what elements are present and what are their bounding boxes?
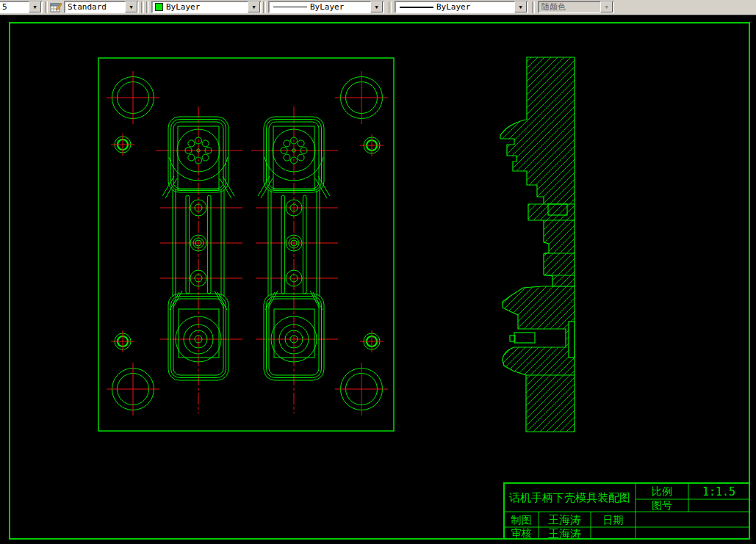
toolbar-divider	[263, 1, 266, 13]
lineweight-value: ByLayer	[433, 2, 514, 12]
table-style-button[interactable]	[48, 1, 63, 14]
section-slot-tab	[510, 333, 535, 343]
titleblock-drawn-label: 制图	[504, 512, 539, 528]
mold-plate-outline	[98, 58, 394, 431]
handle-cavity-left	[156, 106, 242, 413]
guide-hole-top-left	[107, 71, 159, 124]
screw-hole-top-left	[111, 134, 134, 156]
dim-style-value: 5	[0, 2, 29, 12]
titleblock-drawn-value: 王海涛	[539, 512, 591, 528]
toolbar-divider	[146, 1, 149, 13]
toolbar-divider	[532, 1, 535, 13]
guide-hole-bottom-right	[335, 363, 388, 416]
section-view	[500, 57, 575, 432]
chevron-down-icon[interactable]: ▼	[370, 1, 383, 12]
handle-cavity-right	[251, 106, 338, 413]
titleblock-date-label: 日期	[591, 512, 636, 528]
titleblock-scale-label: 比例	[636, 484, 688, 500]
screw-hole-top-right	[360, 134, 384, 156]
toolbar-divider	[141, 1, 144, 13]
chevron-down-icon: ▼	[600, 1, 613, 12]
plan-view	[98, 58, 394, 431]
titleblock-scale-value: 1:1.5	[688, 484, 749, 500]
chevron-down-icon[interactable]: ▼	[125, 1, 137, 12]
lineweight-sample-icon	[400, 7, 433, 8]
toolbar: 5 ▼ Standard ▼ ByLayer ▼	[0, 0, 756, 15]
table-style-combo[interactable]: Standard ▼	[64, 1, 139, 13]
chevron-down-icon[interactable]: ▼	[29, 1, 41, 12]
titleblock-checked-value: 王海涛	[539, 528, 591, 540]
drawing-canvas[interactable]: 话机手柄下壳模具装配图 比例 1:1.5 图号 制图 王海涛 日期 审核 王海涛	[0, 15, 756, 544]
lineweight-combo[interactable]: ByLayer ▼	[395, 1, 528, 13]
chevron-down-icon[interactable]: ▼	[514, 1, 527, 12]
plot-style-combo: 随颜色 ▼	[538, 1, 614, 13]
guide-hole-bottom-left	[107, 363, 159, 416]
table-style-value: Standard	[65, 2, 125, 12]
linetype-sample-icon	[273, 7, 307, 7]
color-value: ByLayer	[163, 2, 248, 12]
color-combo[interactable]: ByLayer ▼	[151, 1, 262, 13]
table-style-icon	[50, 1, 62, 13]
guide-hole-top-right	[335, 71, 388, 124]
toolbar-divider	[45, 1, 48, 13]
color-swatch-icon	[155, 3, 163, 11]
plot-style-value: 随颜色	[539, 1, 600, 12]
section-ejector-gap	[569, 322, 575, 358]
dim-style-combo[interactable]: 5 ▼	[0, 1, 43, 13]
drawing	[0, 15, 756, 544]
titleblock-checked-label: 审核	[504, 528, 539, 540]
screw-hole-bottom-left	[111, 330, 134, 352]
linetype-combo[interactable]: ByLayer ▼	[268, 1, 384, 13]
linetype-value: ByLayer	[307, 2, 370, 12]
titleblock-drawingno-label: 图号	[636, 498, 688, 512]
drawing-frame	[10, 23, 749, 539]
toolbar-divider	[389, 1, 392, 13]
titleblock-title: 话机手柄下壳模具装配图	[505, 484, 634, 512]
cad-window: 5 ▼ Standard ▼ ByLayer ▼	[0, 0, 756, 544]
screw-hole-bottom-right	[360, 330, 384, 352]
chevron-down-icon[interactable]: ▼	[248, 1, 260, 12]
